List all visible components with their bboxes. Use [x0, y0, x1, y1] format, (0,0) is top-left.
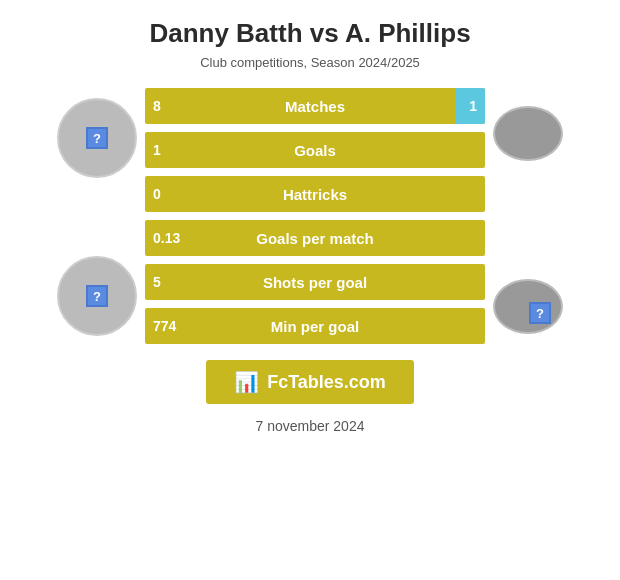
- bar-label-5: Min per goal: [145, 318, 485, 335]
- avatar-right-top: [493, 106, 563, 161]
- bar-label-2: Hattricks: [145, 186, 485, 203]
- bar-label-4: Shots per goal: [145, 274, 485, 291]
- page: Danny Batth vs A. Phillips Club competit…: [0, 0, 620, 580]
- bar-right-value-0: 1: [469, 98, 477, 114]
- avatar-question-icon-2: ?: [86, 285, 108, 307]
- bars-area: 8Matches11Goals0Hattricks0.13Goals per m…: [145, 88, 485, 344]
- bar-bg-1: 1Goals: [145, 132, 485, 168]
- logo-icon: 📊: [234, 370, 259, 394]
- bar-bg-4: 5Shots per goal: [145, 264, 485, 300]
- bar-row-0: 8Matches1: [145, 88, 485, 124]
- avatar-left-top: ?: [57, 98, 137, 178]
- bar-label-0: Matches: [145, 98, 485, 115]
- bar-bg-3: 0.13Goals per match: [145, 220, 485, 256]
- bar-bg-5: 774Min per goal: [145, 308, 485, 344]
- bar-row-2: 0Hattricks: [145, 176, 485, 212]
- bar-label-3: Goals per match: [145, 230, 485, 247]
- avatar-right-bottom: ?: [493, 279, 563, 334]
- logo-text: FcTables.com: [267, 372, 386, 393]
- avatar-left-bottom: ?: [57, 256, 137, 336]
- avatar-question-icon: ?: [86, 127, 108, 149]
- left-avatars: ? ?: [57, 98, 137, 336]
- bar-label-1: Goals: [145, 142, 485, 159]
- bar-row-4: 5Shots per goal: [145, 264, 485, 300]
- comparison-area: ? ? 8Matches11Goals0Hattricks0.13Goals p…: [10, 88, 610, 344]
- page-title: Danny Batth vs A. Phillips: [149, 18, 470, 49]
- bar-bg-0: 8Matches1: [145, 88, 485, 124]
- bar-row-1: 1Goals: [145, 132, 485, 168]
- date-label: 7 november 2024: [256, 418, 365, 434]
- right-avatars: ?: [493, 98, 563, 334]
- bar-bg-2: 0Hattricks: [145, 176, 485, 212]
- avatar-question-icon-3: ?: [529, 302, 551, 324]
- bar-row-3: 0.13Goals per match: [145, 220, 485, 256]
- logo-area: 📊 FcTables.com: [206, 360, 414, 404]
- bar-row-5: 774Min per goal: [145, 308, 485, 344]
- page-subtitle: Club competitions, Season 2024/2025: [200, 55, 420, 70]
